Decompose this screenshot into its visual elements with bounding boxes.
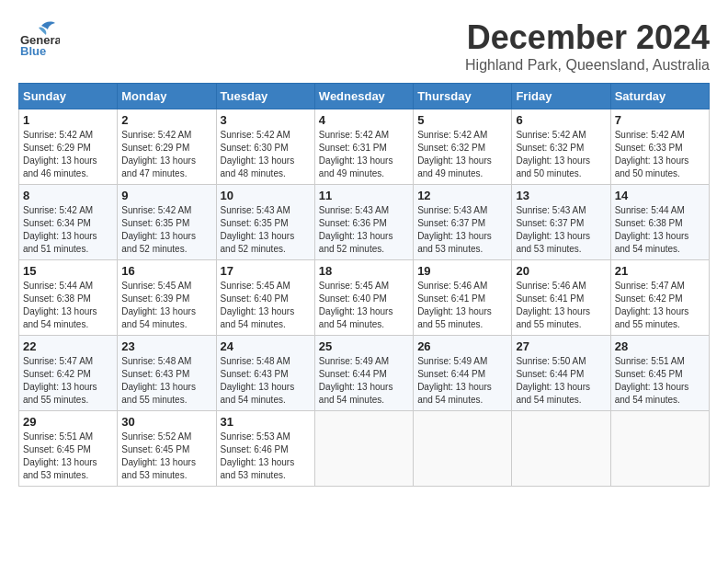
calendar-cell: 14 Sunrise: 5:44 AM Sunset: 6:38 PM Dayl…: [610, 185, 709, 260]
day-info: Sunrise: 5:44 AM Sunset: 6:38 PM Dayligh…: [615, 204, 705, 256]
day-number: 25: [319, 339, 409, 353]
calendar-cell: 24 Sunrise: 5:48 AM Sunset: 6:43 PM Dayl…: [216, 336, 314, 411]
weekday-header: Friday: [512, 84, 610, 109]
day-info: Sunrise: 5:53 AM Sunset: 6:46 PM Dayligh…: [221, 431, 311, 482]
day-info: Sunrise: 5:45 AM Sunset: 6:40 PM Dayligh…: [319, 280, 409, 331]
day-info: Sunrise: 5:42 AM Sunset: 6:32 PM Dayligh…: [417, 129, 507, 180]
page-header: General Blue December 2024 Highland Park…: [18, 18, 710, 74]
calendar-week-row: 8 Sunrise: 5:42 AM Sunset: 6:34 PM Dayli…: [19, 185, 710, 260]
day-number: 16: [121, 264, 211, 278]
calendar-cell: [414, 411, 512, 487]
day-info: Sunrise: 5:42 AM Sunset: 6:31 PM Dayligh…: [319, 129, 409, 180]
day-number: 3: [221, 113, 311, 127]
day-number: 8: [23, 189, 113, 202]
logo: General Blue: [18, 18, 60, 55]
day-info: Sunrise: 5:51 AM Sunset: 6:45 PM Dayligh…: [23, 431, 113, 482]
day-info: Sunrise: 5:48 AM Sunset: 6:43 PM Dayligh…: [221, 355, 311, 407]
day-number: 22: [23, 339, 113, 353]
day-info: Sunrise: 5:48 AM Sunset: 6:43 PM Dayligh…: [121, 355, 211, 407]
day-number: 6: [516, 113, 606, 127]
day-number: 29: [23, 415, 113, 429]
day-info: Sunrise: 5:49 AM Sunset: 6:44 PM Dayligh…: [319, 355, 409, 407]
calendar-cell: 11 Sunrise: 5:43 AM Sunset: 6:36 PM Dayl…: [314, 185, 413, 260]
calendar-cell: 17 Sunrise: 5:45 AM Sunset: 6:40 PM Dayl…: [216, 260, 314, 336]
day-info: Sunrise: 5:49 AM Sunset: 6:44 PM Dayligh…: [417, 355, 507, 407]
svg-text:Blue: Blue: [20, 44, 46, 55]
calendar-table: SundayMondayTuesdayWednesdayThursdayFrid…: [18, 83, 710, 487]
day-number: 1: [23, 113, 113, 127]
calendar-cell: 6 Sunrise: 5:42 AM Sunset: 6:32 PM Dayli…: [512, 109, 610, 185]
day-number: 19: [417, 264, 507, 278]
day-info: Sunrise: 5:42 AM Sunset: 6:35 PM Dayligh…: [121, 204, 211, 256]
weekday-header: Thursday: [414, 84, 512, 109]
day-info: Sunrise: 5:46 AM Sunset: 6:41 PM Dayligh…: [516, 280, 606, 331]
calendar-week-row: 29 Sunrise: 5:51 AM Sunset: 6:45 PM Dayl…: [19, 411, 710, 487]
calendar-cell: 8 Sunrise: 5:42 AM Sunset: 6:34 PM Dayli…: [19, 185, 118, 260]
calendar-cell: 21 Sunrise: 5:47 AM Sunset: 6:42 PM Dayl…: [610, 260, 709, 336]
day-number: 23: [121, 339, 211, 353]
day-number: 26: [417, 339, 507, 353]
calendar-cell: [610, 411, 709, 487]
calendar-cell: 1 Sunrise: 5:42 AM Sunset: 6:29 PM Dayli…: [19, 109, 118, 185]
day-number: 5: [417, 113, 507, 127]
day-number: 4: [319, 113, 409, 127]
day-number: 7: [615, 113, 705, 127]
day-info: Sunrise: 5:42 AM Sunset: 6:33 PM Dayligh…: [615, 129, 705, 180]
calendar-cell: 10 Sunrise: 5:43 AM Sunset: 6:35 PM Dayl…: [216, 185, 314, 260]
calendar-cell: 22 Sunrise: 5:47 AM Sunset: 6:42 PM Dayl…: [19, 336, 118, 411]
calendar-cell: 5 Sunrise: 5:42 AM Sunset: 6:32 PM Dayli…: [414, 109, 512, 185]
calendar-cell: 2 Sunrise: 5:42 AM Sunset: 6:29 PM Dayli…: [118, 109, 216, 185]
weekday-header: Monday: [118, 84, 216, 109]
day-number: 10: [221, 189, 311, 202]
calendar-cell: 30 Sunrise: 5:52 AM Sunset: 6:45 PM Dayl…: [118, 411, 216, 487]
calendar-cell: [512, 411, 610, 487]
calendar-cell: 31 Sunrise: 5:53 AM Sunset: 6:46 PM Dayl…: [216, 411, 314, 487]
day-number: 28: [615, 339, 705, 353]
day-number: 30: [121, 415, 211, 429]
day-info: Sunrise: 5:50 AM Sunset: 6:44 PM Dayligh…: [516, 355, 606, 407]
calendar-cell: 3 Sunrise: 5:42 AM Sunset: 6:30 PM Dayli…: [216, 109, 314, 185]
day-number: 24: [221, 339, 311, 353]
day-info: Sunrise: 5:43 AM Sunset: 6:36 PM Dayligh…: [319, 204, 409, 256]
calendar-cell: 20 Sunrise: 5:46 AM Sunset: 6:41 PM Dayl…: [512, 260, 610, 336]
day-info: Sunrise: 5:47 AM Sunset: 6:42 PM Dayligh…: [615, 280, 705, 331]
weekday-header: Sunday: [19, 84, 118, 109]
day-info: Sunrise: 5:47 AM Sunset: 6:42 PM Dayligh…: [23, 355, 113, 407]
calendar-cell: 25 Sunrise: 5:49 AM Sunset: 6:44 PM Dayl…: [314, 336, 413, 411]
day-info: Sunrise: 5:46 AM Sunset: 6:41 PM Dayligh…: [417, 280, 507, 331]
day-number: 18: [319, 264, 409, 278]
calendar-cell: 13 Sunrise: 5:43 AM Sunset: 6:37 PM Dayl…: [512, 185, 610, 260]
title-block: December 2024 Highland Park, Queensland,…: [465, 18, 710, 74]
calendar-cell: 9 Sunrise: 5:42 AM Sunset: 6:35 PM Dayli…: [118, 185, 216, 260]
day-info: Sunrise: 5:42 AM Sunset: 6:29 PM Dayligh…: [121, 129, 211, 180]
calendar-cell: 18 Sunrise: 5:45 AM Sunset: 6:40 PM Dayl…: [314, 260, 413, 336]
calendar-header-row: SundayMondayTuesdayWednesdayThursdayFrid…: [19, 84, 710, 109]
day-number: 27: [516, 339, 606, 353]
day-number: 13: [516, 189, 606, 202]
day-number: 14: [615, 189, 705, 202]
calendar-week-row: 22 Sunrise: 5:47 AM Sunset: 6:42 PM Dayl…: [19, 336, 710, 411]
day-number: 12: [417, 189, 507, 202]
day-number: 31: [221, 415, 311, 429]
calendar-cell: [314, 411, 413, 487]
day-info: Sunrise: 5:45 AM Sunset: 6:40 PM Dayligh…: [221, 280, 311, 331]
day-info: Sunrise: 5:43 AM Sunset: 6:35 PM Dayligh…: [221, 204, 311, 256]
day-number: 9: [121, 189, 211, 202]
calendar-cell: 19 Sunrise: 5:46 AM Sunset: 6:41 PM Dayl…: [414, 260, 512, 336]
calendar-cell: 12 Sunrise: 5:43 AM Sunset: 6:37 PM Dayl…: [414, 185, 512, 260]
weekday-header: Saturday: [610, 84, 709, 109]
calendar-week-row: 15 Sunrise: 5:44 AM Sunset: 6:38 PM Dayl…: [19, 260, 710, 336]
day-info: Sunrise: 5:51 AM Sunset: 6:45 PM Dayligh…: [615, 355, 705, 407]
calendar-cell: 7 Sunrise: 5:42 AM Sunset: 6:33 PM Dayli…: [610, 109, 709, 185]
calendar-cell: 27 Sunrise: 5:50 AM Sunset: 6:44 PM Dayl…: [512, 336, 610, 411]
day-info: Sunrise: 5:42 AM Sunset: 6:29 PM Dayligh…: [23, 129, 113, 180]
calendar-week-row: 1 Sunrise: 5:42 AM Sunset: 6:29 PM Dayli…: [19, 109, 710, 185]
day-info: Sunrise: 5:42 AM Sunset: 6:34 PM Dayligh…: [23, 204, 113, 256]
day-info: Sunrise: 5:45 AM Sunset: 6:39 PM Dayligh…: [121, 280, 211, 331]
calendar-cell: 28 Sunrise: 5:51 AM Sunset: 6:45 PM Dayl…: [610, 336, 709, 411]
calendar-cell: 26 Sunrise: 5:49 AM Sunset: 6:44 PM Dayl…: [414, 336, 512, 411]
day-number: 17: [221, 264, 311, 278]
page-title: December 2024: [465, 18, 710, 57]
weekday-header: Wednesday: [314, 84, 413, 109]
day-info: Sunrise: 5:43 AM Sunset: 6:37 PM Dayligh…: [516, 204, 606, 256]
